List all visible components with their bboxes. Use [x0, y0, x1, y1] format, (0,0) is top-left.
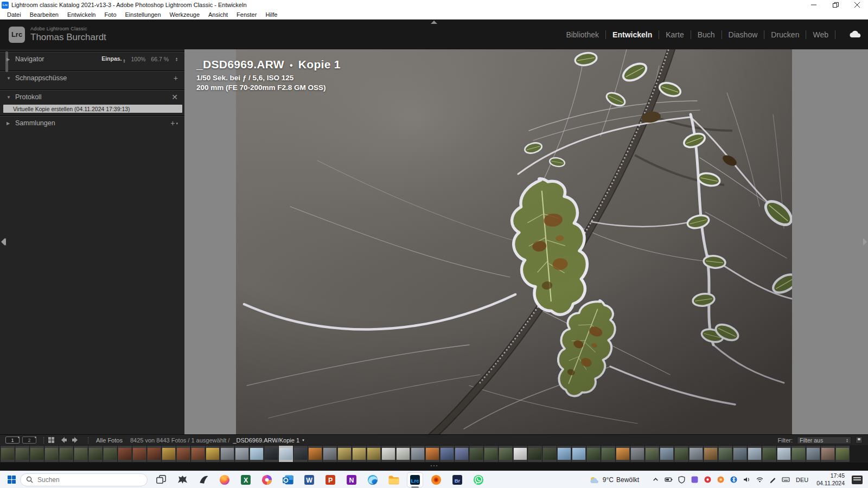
filmstrip-thumbnail[interactable] — [557, 446, 571, 462]
explorer-app-icon[interactable] — [386, 472, 402, 487]
start-button[interactable] — [8, 476, 16, 484]
filmstrip-thumbnail[interactable] — [118, 446, 132, 462]
filmstrip-thumbnail[interactable] — [176, 446, 190, 462]
filmstrip-thumbnail[interactable] — [235, 446, 249, 462]
filmstrip-thumbnail[interactable] — [748, 446, 762, 462]
filmstrip-thumbnail[interactable] — [103, 446, 117, 462]
previous-photo-button[interactable] — [60, 436, 67, 444]
purple-app-icon[interactable] — [691, 476, 699, 484]
navigator-header[interactable]: ▶ Navigator Einpas.▲▼ 100% 66.7 % ▲▼ — [0, 52, 184, 66]
filmstrip-thumbnail[interactable] — [396, 446, 410, 462]
filmstrip-thumbnail[interactable] — [206, 446, 220, 462]
filter-toggle-button[interactable] — [856, 436, 863, 444]
filmstrip-thumbnail[interactable] — [821, 446, 835, 462]
filmstrip-thumbnail[interactable] — [455, 446, 469, 462]
filmstrip-thumbnail[interactable] — [411, 446, 425, 462]
grid-view-button[interactable] — [48, 437, 54, 443]
filmstrip-thumbnail[interactable] — [162, 446, 176, 462]
menu-item-bearbeiten[interactable]: Bearbeiten — [26, 10, 62, 19]
filmstrip-thumbnail[interactable] — [630, 446, 644, 462]
module-karte[interactable]: Karte — [659, 30, 691, 39]
filmstrip-grip-icon[interactable] — [431, 465, 437, 466]
show-left-panel-arrow[interactable] — [1, 238, 5, 246]
menu-item-ansicht[interactable]: Ansicht — [205, 10, 232, 19]
filmstrip-thumbnail[interactable] — [147, 446, 161, 462]
filmstrip-thumbnail[interactable] — [191, 446, 205, 462]
filmstrip-thumbnail[interactable] — [440, 446, 454, 462]
red-app-icon[interactable] — [704, 476, 712, 484]
add-snapshot-button[interactable]: + — [174, 74, 178, 82]
chevron-up-icon[interactable] — [652, 476, 660, 484]
excel-app-icon[interactable]: X — [238, 472, 254, 487]
bluetooth-icon[interactable] — [730, 476, 738, 484]
filmstrip-thumbnail[interactable] — [689, 446, 703, 462]
notification-center-icon[interactable] — [852, 476, 863, 484]
navigator-zoom-custom[interactable]: 66.7 % — [151, 56, 169, 62]
filmstrip-thumbnail[interactable] — [264, 446, 278, 462]
filmstrip-thumbnail[interactable] — [74, 446, 88, 462]
filmstrip-thumbnail[interactable] — [323, 446, 337, 462]
module-bibliothek[interactable]: Bibliothek — [559, 30, 606, 39]
battery-icon[interactable] — [665, 476, 673, 484]
filmstrip-thumbnail[interactable] — [425, 446, 439, 462]
filmstrip-thumbnail[interactable] — [44, 446, 59, 462]
filmstrip-thumbnail[interactable] — [1, 446, 15, 462]
filmstrip-thumbnail[interactable] — [704, 446, 718, 462]
filmstrip-thumbnail[interactable] — [308, 446, 322, 462]
filmstrip-thumbnail[interactable] — [15, 446, 29, 462]
filmstrip-thumbnail[interactable] — [59, 446, 73, 462]
filmstrip-thumbnail[interactable] — [352, 446, 366, 462]
filmstrip-thumbnail[interactable] — [777, 446, 791, 462]
lightroom-app-icon[interactable]: Lrc — [407, 472, 423, 487]
filter-dropdown[interactable]: Filter aus ▲▼ — [797, 436, 851, 444]
module-diashow[interactable]: Diashow — [722, 30, 765, 39]
filmstrip-thumbnail[interactable] — [586, 446, 601, 462]
filmstrip-thumbnail[interactable] — [88, 446, 103, 462]
search-input[interactable] — [37, 476, 124, 484]
current-photo-name[interactable]: _DSD6969.ARW/Kopie 1 ▾ — [233, 437, 304, 444]
navigator-fit-option[interactable]: Einpas.▲▼ — [101, 55, 125, 63]
bridge-app-icon[interactable]: Br — [449, 472, 465, 487]
taskbar-search[interactable] — [20, 473, 148, 486]
shield-icon[interactable] — [678, 476, 686, 484]
orange-app-icon[interactable] — [717, 476, 725, 484]
filmstrip-thumbnail[interactable] — [279, 446, 293, 462]
filmstrip-thumbnail[interactable] — [132, 446, 146, 462]
filmstrip-thumbnail[interactable] — [220, 446, 234, 462]
filmstrip-thumbnail[interactable] — [250, 446, 264, 462]
filmstrip-thumbnail[interactable] — [528, 446, 542, 462]
edge-app-icon[interactable] — [365, 472, 381, 487]
filmstrip-thumbnail[interactable] — [293, 446, 308, 462]
colorwheel-app-icon[interactable] — [259, 472, 275, 487]
photo-canvas[interactable] — [236, 49, 792, 434]
firefox-app-icon[interactable] — [216, 472, 233, 487]
module-drucken[interactable]: Drucken — [764, 30, 806, 39]
powerpoint-app-icon[interactable]: P — [322, 472, 339, 487]
collapse-top-panel-icon[interactable] — [431, 21, 437, 24]
filmstrip-thumbnail[interactable] — [542, 446, 557, 462]
snapshots-header[interactable]: ▼ Schnappschüsse + — [0, 71, 184, 85]
adobe-app-icon[interactable] — [428, 472, 444, 487]
menu-item-einstellungen[interactable]: Einstellungen — [122, 10, 165, 19]
clock[interactable]: 17:45 04.11.2024 — [816, 472, 845, 486]
taskview-app-icon[interactable] — [153, 472, 169, 487]
keyboard-language[interactable]: DEU — [796, 477, 808, 483]
filmstrip-thumbnail[interactable] — [792, 446, 806, 462]
second-screen-button[interactable]: 2 — [22, 436, 36, 444]
module-buch[interactable]: Buch — [691, 30, 722, 39]
menu-item-datei[interactable]: Datei — [3, 10, 25, 19]
menu-item-fenster[interactable]: Fenster — [233, 10, 260, 19]
filmstrip-thumbnail[interactable] — [572, 446, 586, 462]
pen-icon[interactable] — [769, 476, 777, 484]
module-web[interactable]: Web — [806, 30, 835, 39]
cloud-sync-icon[interactable] — [843, 30, 868, 39]
add-collection-button[interactable]: +▾ — [170, 119, 178, 127]
filmstrip-thumbnail[interactable] — [718, 446, 732, 462]
outlook-app-icon[interactable] — [280, 472, 296, 487]
main-screen-button[interactable]: 1 — [5, 436, 20, 444]
navigator-zoom-100[interactable]: 100% — [131, 56, 145, 62]
filmstrip-thumbnail[interactable] — [469, 446, 483, 462]
spinner-icon[interactable]: ▲▼ — [175, 57, 178, 61]
filmstrip-thumbnail[interactable] — [835, 446, 850, 462]
module-entwickeln[interactable]: Entwickeln — [606, 30, 659, 39]
